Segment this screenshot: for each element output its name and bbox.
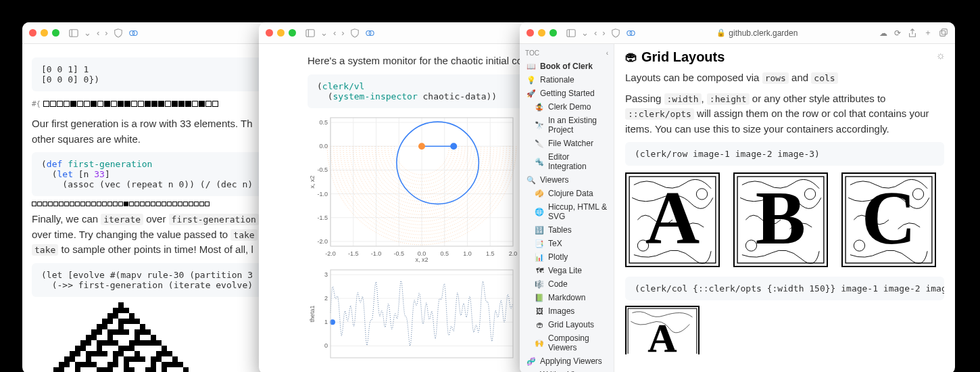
sidebar-item-images[interactable]: 🖼Images — [520, 304, 614, 318]
minimize-icon[interactable] — [538, 29, 545, 37]
sidebar-icon: 🧬 — [526, 357, 536, 366]
sidebar-item-plotly[interactable]: 📊Plotly — [520, 250, 614, 264]
cell — [145, 202, 150, 206]
close-icon[interactable] — [526, 29, 534, 37]
back-icon[interactable]: ‹ — [97, 28, 99, 38]
cell — [205, 202, 210, 206]
traffic-lights[interactable] — [29, 29, 59, 37]
shield-icon[interactable] — [114, 28, 123, 38]
number: 33 — [94, 169, 105, 179]
chevron-down-icon[interactable]: ⌄ — [84, 28, 91, 38]
sidebar-item-label: Composing Viewers — [548, 333, 610, 352]
code-block-col: (clerk/col {::clerk/opts {:width 150}} i… — [625, 277, 944, 300]
maximize-icon[interactable] — [549, 29, 557, 37]
sidebar-item-writing-viewers[interactable]: 👁Writing Viewers — [520, 368, 614, 372]
share-icon[interactable] — [908, 28, 917, 38]
cell — [70, 101, 76, 107]
back-icon[interactable]: ‹ — [333, 28, 336, 38]
cell — [91, 202, 96, 206]
inline-code: take — [32, 244, 58, 256]
sidebar-item-tex[interactable]: 📑TeX — [520, 237, 614, 250]
forward-icon[interactable]: › — [105, 28, 107, 38]
sidebar-book-title[interactable]: 📖 Book of Clerk — [520, 60, 614, 73]
sidebar-item-label: TeX — [548, 239, 562, 248]
forward-icon[interactable]: › — [602, 28, 605, 38]
back-icon[interactable]: ‹ — [594, 28, 597, 38]
sidebar-item-label: Rationale — [540, 75, 574, 85]
theta-chart-svg: 0123theta1 — [308, 266, 517, 361]
svg-text:-2.0: -2.0 — [317, 237, 328, 244]
extension-icon[interactable] — [365, 28, 374, 38]
forward-icon[interactable]: › — [341, 28, 344, 38]
maximize-icon[interactable] — [289, 29, 296, 37]
chevron-down-icon[interactable]: ⌄ — [581, 28, 589, 38]
plus-icon[interactable]: ＋ — [924, 27, 932, 39]
cell — [134, 202, 139, 206]
image-row: A B C — [625, 172, 944, 267]
sidebar-item-hiccup-html-svg[interactable]: 🌐Hiccup, HTML & SVG — [520, 200, 614, 223]
minimize-icon[interactable] — [41, 29, 48, 37]
sidebar-item-code[interactable]: 🎼Code — [520, 277, 614, 291]
ornate-letter-b: B — [733, 172, 828, 267]
prose-intro: Layouts can be composed via rows and col… — [625, 70, 944, 86]
sidebar-item-applying-viewers[interactable]: 🧬Applying Viewers — [520, 354, 614, 368]
sidebar-item-composing-viewers[interactable]: 🙌Composing Viewers — [520, 331, 614, 354]
extension-icon[interactable] — [128, 28, 138, 38]
close-icon[interactable] — [29, 29, 36, 37]
sidebar-item-clojure-data[interactable]: 🥠Clojure Data — [520, 187, 614, 200]
chevron-left-icon[interactable]: ‹ — [606, 49, 608, 57]
svg-point-38 — [397, 122, 479, 204]
shield-icon[interactable] — [611, 28, 620, 38]
sidebar-item-clerk-demo[interactable]: 🤹Clerk Demo — [520, 100, 614, 114]
cell — [194, 202, 199, 206]
cell — [140, 202, 145, 206]
sidebar-item-rationale[interactable]: 💡Rationale — [520, 73, 614, 87]
svg-text:-0.5: -0.5 — [317, 166, 328, 173]
sidebar-icon[interactable] — [305, 28, 315, 38]
sidebar-item-getting-started[interactable]: 🚀Getting Started — [520, 87, 614, 100]
sidebar-icon: 📗 — [535, 294, 544, 302]
sidebar-item-editor-integration[interactable]: 🔩Editor Integration — [520, 150, 614, 173]
sidebar-item-label: Grid Layouts — [548, 320, 594, 329]
sidebar-icon[interactable] — [566, 28, 576, 38]
sidebar-item-label: Clojure Data — [548, 189, 593, 198]
reload-icon[interactable]: ⟳ — [894, 28, 901, 38]
text: (assoc (vec (repeat n 0)) (/ (dec n) 2) — [41, 179, 269, 189]
cell — [178, 101, 185, 107]
sidebar-item-file-watcher[interactable]: 🔪File Watcher — [520, 137, 614, 150]
svg-text:-0.5: -0.5 — [393, 250, 404, 257]
traffic-lights[interactable] — [266, 29, 296, 37]
sidebar-icon: 🔍 — [526, 176, 536, 185]
svg-text:theta1: theta1 — [309, 305, 316, 322]
tabs-icon[interactable] — [939, 28, 948, 38]
cell — [172, 202, 177, 206]
text: other squares are white. — [32, 133, 141, 145]
sidebar-item-tables[interactable]: 🔢Tables — [520, 223, 614, 237]
extension-icon[interactable] — [626, 28, 635, 38]
book-icon: 📖 — [526, 62, 536, 71]
address-bar[interactable]: 🔒 github.clerk.garden — [641, 28, 874, 38]
title-text: Grid Layouts — [641, 49, 725, 65]
symbol: clerk/vl — [322, 81, 365, 91]
cloud-icon[interactable]: ☁︎ — [879, 28, 887, 38]
inline-code: :width — [664, 93, 702, 105]
svg-point-59 — [630, 30, 635, 35]
cell — [167, 202, 172, 206]
sidebar-item-viewers[interactable]: 🔍Viewers — [520, 173, 614, 187]
svg-text:x, x2: x, x2 — [309, 175, 316, 188]
traffic-lights[interactable] — [526, 29, 557, 37]
sidebar-item-markdown[interactable]: 📗Markdown — [520, 291, 614, 304]
maximize-icon[interactable] — [52, 29, 59, 37]
keyword: def — [47, 159, 62, 169]
sidebar-item-in-an-existing-project[interactable]: 🔭In an Existing Project — [520, 114, 614, 137]
shield-icon[interactable] — [350, 28, 360, 38]
cell — [145, 101, 151, 107]
svg-point-40 — [418, 143, 425, 149]
sidebar-icon[interactable] — [69, 28, 78, 38]
chevron-down-icon[interactable]: ⌄ — [320, 28, 328, 38]
close-icon[interactable] — [266, 29, 273, 37]
minimize-icon[interactable] — [277, 29, 285, 37]
sidebar-item-grid-layouts[interactable]: 🏟Grid Layouts — [520, 318, 614, 331]
sidebar-item-vega-lite[interactable]: 🗺Vega Lite — [520, 264, 614, 277]
theme-toggle-icon[interactable]: ☼ — [935, 49, 946, 62]
